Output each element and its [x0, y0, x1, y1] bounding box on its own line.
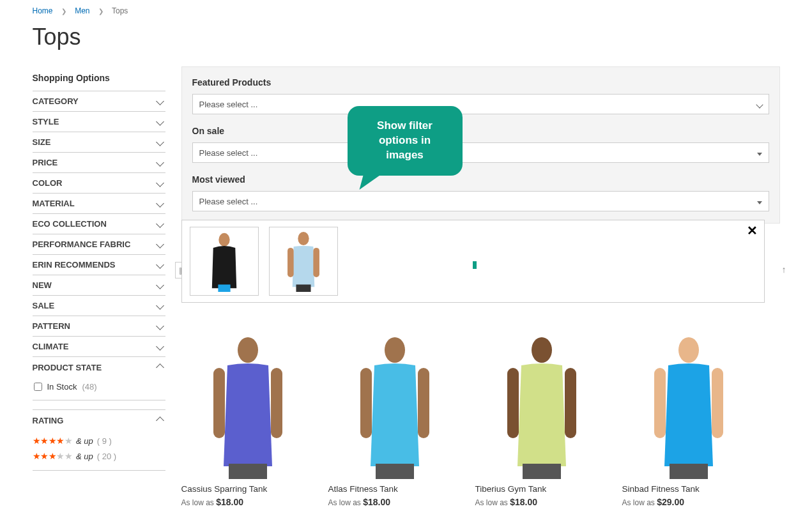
breadcrumb-men[interactable]: Men [75, 6, 89, 15]
shopping-options-heading: Shopping Options [33, 66, 165, 91]
filter-option-thumb[interactable] [190, 227, 259, 296]
products-grid: Cassius Sparring TankAs low as $18.00Atl… [181, 332, 780, 507]
loading-spinner-icon [473, 261, 477, 269]
chevron-down-icon [157, 240, 165, 249]
filter-select[interactable]: Please select ... [192, 94, 769, 114]
filter-erin-recommends[interactable]: ERIN RECOMMENDS [33, 255, 165, 275]
filter-new[interactable]: NEW [33, 275, 165, 296]
filter-label: SIZE [33, 137, 51, 147]
product-card[interactable]: Cassius Sparring TankAs low as $18.00 [181, 332, 314, 507]
svg-rect-8 [271, 368, 282, 438]
filter-option-thumb[interactable] [269, 227, 338, 296]
chevron-down-icon [157, 280, 165, 290]
filter-select[interactable]: Please select ... [192, 191, 769, 211]
instock-count: (48) [82, 382, 96, 392]
chevron-down-icon [157, 158, 165, 167]
svg-rect-9 [229, 464, 267, 479]
filter-group-label: Featured Products [192, 77, 769, 88]
chevron-down-icon [157, 260, 165, 270]
image-filter-dropdown: ✕ [181, 220, 765, 303]
chevron-down-icon [157, 117, 165, 126]
filter-label: CATEGORY [33, 96, 79, 106]
product-image[interactable] [475, 332, 608, 479]
product-name[interactable]: Cassius Sparring Tank [181, 484, 314, 494]
svg-rect-20 [712, 368, 723, 438]
filter-style[interactable]: STYLE [33, 112, 165, 132]
chevron-down-icon [157, 137, 165, 147]
chevron-down-icon [157, 96, 165, 106]
svg-point-18 [678, 337, 699, 363]
filter-select[interactable]: Please select ... [192, 142, 769, 163]
svg-rect-17 [523, 464, 561, 479]
product-name[interactable]: Atlas Fitness Tank [328, 484, 461, 494]
svg-rect-12 [418, 368, 429, 438]
filter-category[interactable]: CATEGORY [33, 91, 165, 112]
product-name[interactable]: Sinbad Fitness Tank [622, 484, 755, 494]
product-card[interactable]: Atlas Fitness TankAs low as $18.00 [328, 332, 461, 507]
product-image[interactable] [622, 332, 755, 479]
instock-checkbox[interactable] [34, 383, 42, 391]
product-image[interactable] [328, 332, 461, 479]
product-card[interactable]: Tiberius Gym TankAs low as $18.00 [475, 332, 608, 507]
chevron-down-icon [157, 342, 165, 351]
product-card[interactable]: Sinbad Fitness TankAs low as $29.00 [622, 332, 755, 507]
chevron-down-icon [157, 301, 165, 310]
product-price: As low as $18.00 [181, 497, 314, 507]
breadcrumb-current: Tops [112, 6, 128, 15]
filter-pattern[interactable]: PATTERN [33, 316, 165, 337]
filter-label: COLOR [33, 178, 63, 188]
rating-filter-row[interactable]: ★★★★★& up( 20 ) [33, 448, 165, 464]
svg-point-14 [532, 337, 552, 363]
filter-label: CLIMATE [33, 342, 69, 351]
product-price: As low as $29.00 [622, 497, 755, 507]
dropdown-arrow-icon [757, 197, 762, 206]
instock-label: In Stock [47, 382, 77, 392]
filter-climate[interactable]: CLIMATE [33, 337, 165, 357]
breadcrumb-home[interactable]: Home [33, 6, 53, 15]
filter-label: PERFORMANCE FABRIC [33, 240, 131, 249]
filter-panel: Featured ProductsPlease select ...On sal… [181, 66, 780, 224]
filter-material[interactable]: MATERIAL [33, 194, 165, 214]
tooltip: Show filter options in images [348, 106, 463, 176]
svg-point-6 [238, 337, 258, 363]
sort-direction-icon[interactable]: ↑ [782, 264, 786, 275]
filter-label: ECO COLLECTION [33, 219, 107, 229]
filter-price[interactable]: PRICE [33, 153, 165, 173]
svg-rect-3 [287, 248, 294, 277]
product-price: As low as $18.00 [475, 497, 608, 507]
rating-count: ( 20 ) [97, 452, 116, 461]
filter-sale[interactable]: SALE [33, 296, 165, 316]
filter-label: MATERIAL [33, 199, 75, 208]
svg-rect-1 [218, 284, 230, 292]
filter-rating[interactable]: RATING ★★★★★& up( 9 )★★★★★& up( 20 ) [33, 409, 165, 471]
star-icons: ★★★★★ [33, 436, 73, 446]
filter-performance-fabric[interactable]: PERFORMANCE FABRIC [33, 234, 165, 255]
filter-label: PRICE [33, 158, 58, 167]
filter-group-most-viewed: Most viewedPlease select ... [192, 174, 769, 211]
filter-label: PATTERN [33, 321, 70, 331]
filter-eco-collection[interactable]: ECO COLLECTION [33, 214, 165, 234]
chevron-down-icon [157, 199, 165, 208]
chevron-right-icon: ❯ [98, 8, 103, 15]
filter-label: SALE [33, 301, 55, 310]
dropdown-arrow-icon [757, 100, 762, 109]
tooltip-tail-icon [359, 173, 383, 190]
breadcrumb: Home ❯ Men ❯ Tops [33, 0, 780, 20]
filter-product-state[interactable]: PRODUCT STATE In Stock (48) [33, 357, 165, 400]
product-name[interactable]: Tiberius Gym Tank [475, 484, 608, 494]
chevron-up-icon [157, 415, 165, 425]
instock-checkbox-row[interactable]: In Stock (48) [33, 380, 165, 393]
filter-color[interactable]: COLOR [33, 173, 165, 194]
close-icon[interactable]: ✕ [747, 223, 758, 238]
product-price: As low as $18.00 [328, 497, 461, 507]
product-image[interactable] [181, 332, 314, 479]
svg-rect-5 [296, 284, 310, 292]
rating-filter-row[interactable]: ★★★★★& up( 9 ) [33, 433, 165, 448]
svg-rect-19 [654, 368, 666, 438]
svg-point-10 [385, 337, 405, 363]
filter-size[interactable]: SIZE [33, 132, 165, 153]
select-placeholder: Please select ... [199, 100, 258, 109]
main-content: Featured ProductsPlease select ...On sal… [181, 66, 780, 507]
rating-and-up: & up [76, 436, 93, 446]
filter-label: ERIN RECOMMENDS [33, 260, 116, 270]
